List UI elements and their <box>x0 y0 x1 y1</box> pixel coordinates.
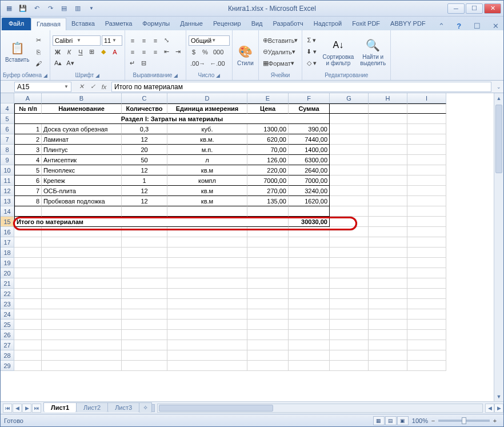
column-header[interactable]: C <box>122 93 167 103</box>
tab-developer[interactable]: Разработч <box>268 18 309 30</box>
cell-E13[interactable]: 135,00 <box>247 196 289 206</box>
cell-D22[interactable] <box>167 289 247 299</box>
sheet-tab[interactable]: Лист3 <box>107 402 139 412</box>
cell-A29[interactable] <box>14 361 42 371</box>
save-icon[interactable]: 💾 <box>17 3 29 14</box>
cell-I21[interactable] <box>407 278 446 289</box>
cell-E16[interactable] <box>247 227 289 237</box>
column-header[interactable]: G <box>330 93 369 103</box>
cell-I26[interactable] <box>407 330 446 340</box>
tab-formulas[interactable]: Формулы <box>137 18 175 30</box>
cell-I19[interactable] <box>407 258 446 268</box>
normal-view-icon[interactable]: ▦ <box>373 416 385 425</box>
cell-B23[interactable] <box>42 299 122 309</box>
cell-B4[interactable]: Наименование <box>42 103 122 114</box>
cell-E23[interactable] <box>247 299 289 309</box>
cell-A17[interactable] <box>14 237 42 248</box>
dialog-launcher-icon[interactable]: ◢ <box>216 73 220 78</box>
sheet-tab[interactable]: Лист1 <box>43 402 77 412</box>
percent-icon[interactable]: % <box>200 47 210 57</box>
row-header[interactable]: 14 <box>1 206 14 217</box>
cell-H28[interactable] <box>369 350 407 361</box>
cell-A27[interactable] <box>14 340 42 350</box>
cell-B12[interactable]: ОСБ-плита <box>42 186 122 196</box>
cell-I7[interactable] <box>407 134 446 145</box>
cell-C17[interactable] <box>122 237 167 248</box>
cell-E29[interactable] <box>247 361 289 371</box>
insert-cells-button[interactable]: ⊕ Вставить ▾ <box>261 35 300 46</box>
wrap-text-icon[interactable]: ↵ <box>127 58 138 69</box>
cell-I29[interactable] <box>407 361 446 371</box>
cell-C9[interactable]: 50 <box>122 155 167 165</box>
cell-I16[interactable] <box>407 227 446 237</box>
cell-E14[interactable] <box>247 206 289 217</box>
row-header[interactable]: 27 <box>1 340 14 350</box>
cell-H5[interactable] <box>369 114 407 124</box>
sheet-tab[interactable]: Лист2 <box>76 402 108 412</box>
tab-layout[interactable]: Разметка <box>100 18 138 30</box>
cell-B8[interactable]: Плинтус <box>42 145 122 155</box>
column-header[interactable]: D <box>167 93 247 103</box>
row-header[interactable]: 8 <box>1 145 14 155</box>
cell-C4[interactable]: Количество <box>122 103 167 114</box>
row-header[interactable]: 13 <box>1 196 14 206</box>
zoom-slider[interactable] <box>438 420 490 422</box>
cell-B22[interactable] <box>42 289 122 299</box>
workbook-close-icon[interactable]: ✕ <box>488 22 503 30</box>
orientation-icon[interactable]: ⤡ <box>162 35 172 46</box>
tab-foxit[interactable]: Foxit PDF <box>347 18 385 30</box>
cell-I11[interactable] <box>407 175 446 186</box>
cell-B10[interactable]: Пеноплекс <box>42 165 122 175</box>
copy-icon[interactable]: ⎘ <box>33 47 43 57</box>
increase-font-icon[interactable]: A▴ <box>53 58 63 69</box>
cell-C28[interactable] <box>122 350 167 361</box>
cell-E24[interactable] <box>247 309 289 320</box>
currency-icon[interactable]: $ <box>189 47 199 57</box>
cell-G29[interactable] <box>330 361 369 371</box>
cell-I14[interactable] <box>407 206 446 217</box>
cell-G12[interactable] <box>330 186 369 196</box>
cell-G17[interactable] <box>330 237 369 248</box>
row-header[interactable]: 18 <box>1 248 14 258</box>
cell-D29[interactable] <box>167 361 247 371</box>
tab-addins[interactable]: Надстрой <box>309 18 347 30</box>
decrease-decimal-icon[interactable]: ←.00 <box>208 58 226 69</box>
cell-H19[interactable] <box>369 258 407 268</box>
row-header[interactable]: 10 <box>1 165 14 175</box>
cell-B13[interactable]: Пробковая подложка <box>42 196 122 206</box>
cell-G23[interactable] <box>330 299 369 309</box>
paste-button[interactable]: 📋 Вставить <box>3 39 31 64</box>
total-label-cell[interactable]: Итого по материалам <box>14 217 289 227</box>
redo-icon[interactable]: ↷ <box>44 3 57 14</box>
cell-F7[interactable]: 7440,00 <box>289 134 330 145</box>
qat-icon[interactable]: ▤ <box>58 3 70 14</box>
name-box[interactable]: A15▼ <box>14 82 71 92</box>
cell-A26[interactable] <box>14 330 42 340</box>
cell-I13[interactable] <box>407 196 446 206</box>
cell-B25[interactable] <box>42 320 122 330</box>
cell-C12[interactable]: 12 <box>122 186 167 196</box>
decrease-indent-icon[interactable]: ⇤ <box>162 47 172 57</box>
row-header[interactable]: 29 <box>1 361 14 371</box>
horizontal-scrollbar[interactable] <box>157 404 483 413</box>
cell-C26[interactable] <box>122 330 167 340</box>
cell-G25[interactable] <box>330 320 369 330</box>
cell-C20[interactable] <box>122 268 167 278</box>
cell-E9[interactable]: 126,00 <box>247 155 289 165</box>
cell-H9[interactable] <box>369 155 407 165</box>
cell-A21[interactable] <box>14 278 42 289</box>
cell-F6[interactable]: 390,00 <box>289 124 330 134</box>
row-header[interactable]: 11 <box>1 175 14 186</box>
cell-A8[interactable]: 3 <box>14 145 42 155</box>
font-size-combo[interactable]: 11▼ <box>102 35 122 46</box>
cell-H12[interactable] <box>369 186 407 196</box>
cell-C21[interactable] <box>122 278 167 289</box>
tab-insert[interactable]: Вставка <box>66 18 100 30</box>
decrease-font-icon[interactable]: A▾ <box>65 58 75 69</box>
cell-D8[interactable]: м.п. <box>167 145 247 155</box>
autosum-icon[interactable]: Σ ▾ <box>305 35 318 46</box>
cell-C18[interactable] <box>122 248 167 258</box>
window-restore-icon[interactable]: ☐ <box>469 22 485 30</box>
page-break-view-icon[interactable]: ▣ <box>397 416 409 425</box>
increase-decimal-icon[interactable]: .00→ <box>189 58 207 69</box>
